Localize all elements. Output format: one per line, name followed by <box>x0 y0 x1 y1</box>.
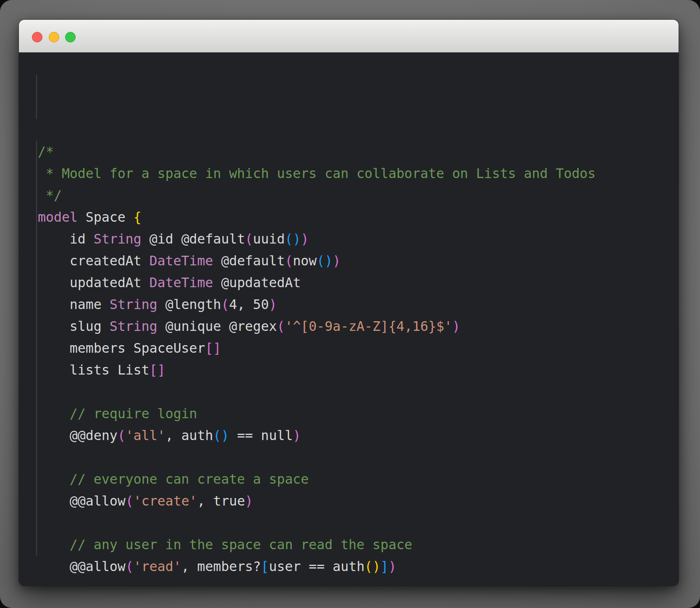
code-token: user == auth <box>269 559 365 574</box>
code-token: ( <box>285 253 293 268</box>
code-line <box>38 512 667 534</box>
code-line: createdAt DateTime @default(now()) <box>38 250 667 272</box>
code-token: uuid <box>253 231 285 246</box>
code-token: @@allow <box>38 493 126 508</box>
code-token: () <box>365 559 381 574</box>
code-line: @@allow('create', true) <box>38 490 667 512</box>
code-token: /* <box>38 144 54 159</box>
code-line: /* <box>38 141 667 162</box>
code-token: slug <box>38 319 110 334</box>
code-token: () <box>213 428 229 443</box>
code-token: [] <box>205 341 221 356</box>
code-token: , members? <box>181 559 261 574</box>
code-token: 'all' <box>126 428 166 443</box>
code-token: now <box>293 253 317 268</box>
code-token: () <box>317 253 333 268</box>
code-token: String <box>94 231 142 246</box>
code-line <box>38 381 667 403</box>
code-token: [] <box>150 362 166 377</box>
code-token: @@allow <box>38 559 126 574</box>
code-token: * Model for a space in which users can c… <box>38 166 596 181</box>
code-token: ) <box>293 428 301 443</box>
window-titlebar[interactable] <box>19 20 679 52</box>
code-line: id String @id @default(uuid()) <box>38 228 667 250</box>
code-token: @updatedAt <box>213 275 301 290</box>
code-line: // require login <box>38 403 667 425</box>
code-line: * Model for a space in which users can c… <box>38 162 667 184</box>
code-token: // require login <box>38 406 197 421</box>
code-token: ( <box>277 319 285 334</box>
code-token: ) <box>245 493 253 508</box>
desktop-background: /* * Model for a space in which users ca… <box>0 0 700 608</box>
code-token: 4, 50 <box>229 297 269 312</box>
code-token: , true <box>197 493 245 508</box>
code-token: id <box>38 231 94 246</box>
code-token: DateTime <box>150 253 213 268</box>
code-token: // any user in the space can read the sp… <box>38 537 412 552</box>
code-line: updatedAt DateTime @updatedAt <box>38 272 667 294</box>
code-token: 'read' <box>134 559 182 574</box>
code-token: DateTime <box>150 275 213 290</box>
maximize-button[interactable] <box>65 32 76 42</box>
minimize-button[interactable] <box>49 32 59 42</box>
code-token: model <box>38 210 78 225</box>
code-token: , auth <box>165 428 213 443</box>
code-line: // any user in the space can read the sp… <box>38 534 667 556</box>
code-token: */ <box>38 188 62 203</box>
code-token: ) <box>269 297 277 312</box>
code-line: // everyone can create a space <box>38 468 667 490</box>
code-token: () <box>285 231 301 246</box>
code-line: model Space { <box>38 206 667 228</box>
code-token: @id @default <box>142 231 245 246</box>
code-token: String <box>110 297 158 312</box>
code-token: members SpaceUser <box>38 341 205 356</box>
code-token: @@deny <box>38 428 118 443</box>
code-editor[interactable]: /* * Model for a space in which users ca… <box>19 53 679 586</box>
code-token: @unique @regex <box>157 319 276 334</box>
code-token: ) <box>301 231 309 246</box>
code-token: ) <box>389 559 397 574</box>
code-token: 'create' <box>134 493 197 508</box>
code-token: @default <box>213 253 285 268</box>
code-line: @@allow('read', members?[user == auth()]… <box>38 556 667 577</box>
code-line <box>38 446 667 468</box>
code-line: */ <box>38 184 667 206</box>
editor-window: /* * Model for a space in which users ca… <box>19 20 679 586</box>
code-token: { <box>134 210 142 225</box>
code-line: lists List[] <box>38 359 667 381</box>
code-token: @length <box>157 297 221 312</box>
code-token: '^[0-9a-zA-Z]{4,16}$' <box>285 319 452 334</box>
code-token: updatedAt <box>38 275 150 290</box>
indent-guide <box>36 141 37 556</box>
close-button[interactable] <box>32 32 42 42</box>
code-token: String <box>110 319 158 334</box>
code-token: // everyone can create a space <box>38 472 309 487</box>
code-token: ) <box>333 253 341 268</box>
code-token: ( <box>126 493 134 508</box>
code-line: slug String @unique @regex('^[0-9a-zA-Z]… <box>38 315 667 337</box>
indent-guide <box>36 75 37 119</box>
code-token: ( <box>221 297 229 312</box>
code-token: == null <box>229 428 293 443</box>
code-line: members SpaceUser[] <box>38 337 667 359</box>
code-token: [ <box>261 559 269 574</box>
code-token: ] <box>381 559 389 574</box>
code-token: Space <box>78 210 134 225</box>
code-line: name String @length(4, 50) <box>38 294 667 315</box>
code-token: createdAt <box>38 253 150 268</box>
code-token: lists List <box>38 362 150 377</box>
code-token: ( <box>118 428 126 443</box>
code-line <box>38 577 667 586</box>
code-token: name <box>38 297 110 312</box>
code-token: ) <box>452 319 460 334</box>
code-line: @@deny('all', auth() == null) <box>38 425 667 446</box>
code-token: ( <box>126 559 134 574</box>
code-token: ( <box>245 231 253 246</box>
